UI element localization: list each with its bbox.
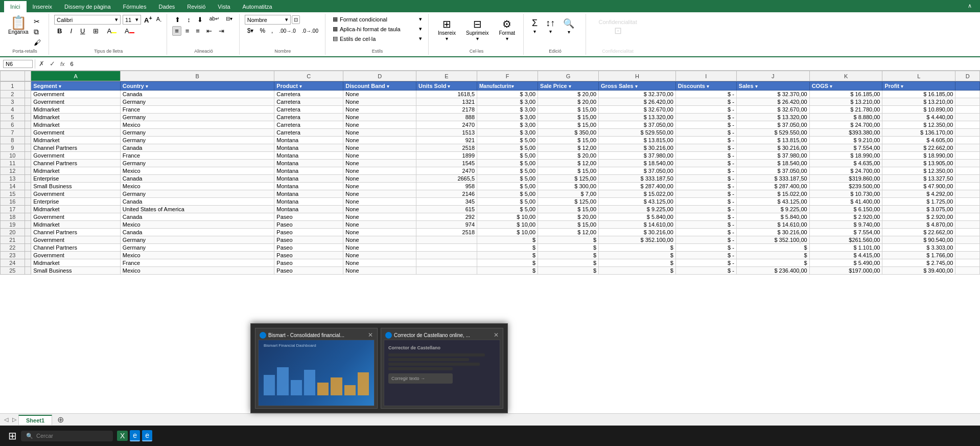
align-bottom-btn[interactable]: ⬇ <box>195 15 205 25</box>
cell-segment-22[interactable]: Channel Partners <box>31 244 121 252</box>
cell-sales-9[interactable]: $ 30.216,00 <box>736 144 809 152</box>
cell-cogs-25[interactable]: $197.000,00 <box>809 267 882 275</box>
cell-units-22[interactable] <box>416 244 477 252</box>
cell-profit-11[interactable]: $ 13.905,00 <box>882 160 955 167</box>
autosum-btn[interactable]: Σ ▾ <box>529 17 541 35</box>
cell-country-9[interactable]: Canada <box>120 144 274 152</box>
bold-btn[interactable]: B <box>54 26 65 36</box>
cell-segment-14[interactable]: Small Business <box>31 183 121 190</box>
sort-btn[interactable]: ↕↑ ▾ <box>543 17 558 35</box>
cell-profit-5[interactable]: $ 4.440,00 <box>882 114 955 121</box>
formula-input[interactable] <box>68 60 977 68</box>
cell-product-19[interactable]: Paseo <box>274 221 343 229</box>
cell-profit-19[interactable]: $ 4.870,00 <box>882 221 955 229</box>
cell-sale-16[interactable]: $ 125,00 <box>538 198 599 206</box>
cell-cogs-9[interactable]: $ 7.554,00 <box>809 144 882 152</box>
cell-product-9[interactable]: Montana <box>274 144 343 152</box>
cell-product-4[interactable]: Carretera <box>274 106 343 114</box>
font-size-select[interactable]: 11 ▾ <box>123 15 141 25</box>
cell-country-24[interactable]: France <box>120 259 274 267</box>
cell-gross-14[interactable]: $ 287.400,00 <box>599 183 676 190</box>
cell-disc-9[interactable]: $ - <box>675 144 736 152</box>
cell-sale-5[interactable]: $ 15,00 <box>538 114 599 121</box>
cell-country-18[interactable]: Canada <box>120 213 274 221</box>
tab-vista[interactable]: Vista <box>212 1 236 12</box>
cell-disc-14[interactable]: $ - <box>675 183 736 190</box>
cell-segment-8[interactable]: Midmarket <box>31 137 121 144</box>
cell-profit-12[interactable]: $ 12.350,00 <box>882 167 955 175</box>
cell-sale-12[interactable]: $ 15,00 <box>538 167 599 175</box>
cell-band-3[interactable]: None <box>343 98 416 106</box>
cell-disc-3[interactable]: $ - <box>675 98 736 106</box>
tab-insereix[interactable]: Insereix <box>27 1 59 12</box>
cell-sales-7[interactable]: $ 529.550,00 <box>736 129 809 137</box>
cell-gross-10[interactable]: $ 37.980,00 <box>599 152 676 160</box>
table-row[interactable]: 9 Channel Partners Canada Montana None 2… <box>1 144 980 152</box>
cell-band-8[interactable]: None <box>343 137 416 144</box>
cell-units-11[interactable]: 1545 <box>416 160 477 167</box>
taskbar-item-bismart[interactable]: Bismart - Consolidated financial... ✕ Bi… <box>255 328 378 409</box>
cell-manuf-21[interactable]: $ <box>477 236 538 244</box>
confirm-formula-btn[interactable]: ✓ <box>48 60 57 68</box>
cell-cogs-8[interactable]: $ 9.210,00 <box>809 137 882 144</box>
cell-profit-17[interactable]: $ 3.075,00 <box>882 206 955 213</box>
percent-btn[interactable]: % <box>257 26 268 35</box>
cell-cogs-16[interactable]: $ 41.400,00 <box>809 198 882 206</box>
merge-btn[interactable]: ⊟▾ <box>223 15 235 25</box>
cell-band-9[interactable]: None <box>343 144 416 152</box>
cell-sales-3[interactable]: $ 26.420,00 <box>736 98 809 106</box>
cell-cogs-3[interactable]: $ 13.210,00 <box>809 98 882 106</box>
cell-profit-10[interactable]: $ 18.990,00 <box>882 152 955 160</box>
cell-product-14[interactable]: Montana <box>274 183 343 190</box>
cell-profit-6[interactable]: $ 12.350,00 <box>882 121 955 129</box>
cell-disc-5[interactable]: $ - <box>675 114 736 121</box>
cell-band-24[interactable]: None <box>343 259 416 267</box>
cell-band-2[interactable]: None <box>343 91 416 98</box>
cell-sales-25[interactable]: $ 236.400,00 <box>736 267 809 275</box>
cell-sales-11[interactable]: $ 18.540,00 <box>736 160 809 167</box>
cell-sale-3[interactable]: $ 20,00 <box>538 98 599 106</box>
number-format-select[interactable]: Nombre▾ <box>245 15 291 25</box>
col-header-f[interactable]: F <box>477 71 538 81</box>
cell-manuf-17[interactable]: $ 5,00 <box>477 206 538 213</box>
cell-manuf-2[interactable]: $ 3,00 <box>477 91 538 98</box>
cell-units-24[interactable] <box>416 259 477 267</box>
cell-profit-22[interactable]: $ 3.303,00 <box>882 244 955 252</box>
header-units-sold[interactable]: Units Sold ▾ <box>416 82 477 91</box>
cell-product-22[interactable]: Paseo <box>274 244 343 252</box>
cell-cogs-23[interactable]: $ 4.415,00 <box>809 252 882 259</box>
cell-sale-14[interactable]: $ 300,00 <box>538 183 599 190</box>
cell-segment-16[interactable]: Enterprise <box>31 198 121 206</box>
cell-sales-14[interactable]: $ 287.400,00 <box>736 183 809 190</box>
cell-profit-14[interactable]: $ 47.900,00 <box>882 183 955 190</box>
align-top-btn[interactable]: ⬆ <box>172 15 183 25</box>
cell-gross-19[interactable]: $ 14.610,00 <box>599 221 676 229</box>
cell-profit-21[interactable]: $ 90.540,00 <box>882 236 955 244</box>
header-sales[interactable]: Sales ▾ <box>736 82 809 91</box>
cell-product-16[interactable]: Montana <box>274 198 343 206</box>
cell-product-2[interactable]: Carretera <box>274 91 343 98</box>
cell-gross-8[interactable]: $ 13.815,00 <box>599 137 676 144</box>
col-header-m[interactable]: D <box>955 71 980 81</box>
cell-sale-7[interactable]: $ 350,00 <box>538 129 599 137</box>
cell-profit-8[interactable]: $ 4.605,00 <box>882 137 955 144</box>
cell-disc-11[interactable]: $ - <box>675 160 736 167</box>
col-header-e[interactable]: E <box>416 71 477 81</box>
cell-band-23[interactable]: None <box>343 252 416 259</box>
cell-sales-24[interactable]: $ <box>736 259 809 267</box>
table-row[interactable]: 3 Government Germany Carretera None 1321… <box>1 98 980 106</box>
cell-units-15[interactable]: 2146 <box>416 190 477 198</box>
table-row[interactable]: 8 Midmarket Germany Montana None 921 $ 5… <box>1 137 980 144</box>
cell-segment-3[interactable]: Government <box>31 98 121 106</box>
cell-sale-22[interactable]: $ <box>538 244 599 252</box>
cell-product-7[interactable]: Carretera <box>274 129 343 137</box>
cell-units-6[interactable]: 2470 <box>416 121 477 129</box>
table-row[interactable]: 16 Enterprise Canada Montana None 345 $ … <box>1 198 980 206</box>
enganxa-btn[interactable]: 📋 Enganxa <box>5 15 31 36</box>
cell-band-22[interactable]: None <box>343 244 416 252</box>
cell-cogs-21[interactable]: $261.560,00 <box>809 236 882 244</box>
cell-units-2[interactable]: 1618,5 <box>416 91 477 98</box>
cell-sales-18[interactable]: $ 5.840,00 <box>736 213 809 221</box>
cell-gross-3[interactable]: $ 26.420,00 <box>599 98 676 106</box>
border-btn[interactable]: ⊞ <box>90 26 102 36</box>
